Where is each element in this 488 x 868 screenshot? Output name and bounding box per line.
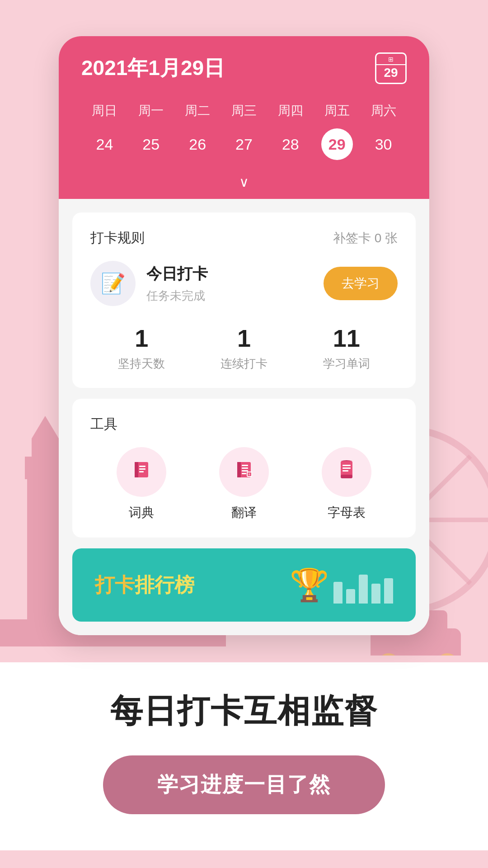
calendar-icon-num: 29 — [384, 65, 398, 80]
svg-rect-26 — [237, 462, 241, 477]
task-title: 今日打卡 — [146, 264, 313, 284]
task-info: 今日打卡 任务未完成 — [146, 264, 313, 304]
checkin-label: 打卡规则 — [90, 229, 145, 247]
date-30[interactable]: 30 — [360, 128, 407, 160]
task-icon: 📝 — [101, 272, 126, 295]
bar-5 — [384, 578, 393, 604]
weekday-wed: 周三 — [221, 98, 267, 124]
svg-rect-2 — [32, 439, 59, 461]
tools-row: 词典 ≡ — [90, 447, 398, 521]
weekday-sat: 周六 — [360, 98, 407, 124]
ranking-text: 打卡排行榜 — [95, 572, 194, 599]
supplement-label: 补签卡 0 张 — [333, 230, 398, 247]
cta-button[interactable]: 学习进度一目了然 — [103, 755, 385, 814]
bar-3 — [359, 575, 368, 604]
main-tagline: 每日打卡互相监督 — [36, 689, 452, 733]
calendar-title: 2021年1月29日 — [81, 54, 225, 82]
calendar-chevron[interactable]: ∨ — [81, 170, 407, 199]
date-27[interactable]: 27 — [221, 128, 267, 160]
date-28[interactable]: 28 — [267, 128, 314, 160]
calendar-icon-top: ⊞ — [376, 56, 405, 65]
stat-number-2: 11 — [333, 324, 360, 352]
svg-rect-22 — [139, 466, 145, 467]
go-study-button[interactable]: 去学习 — [324, 267, 398, 300]
weekday-thu: 周四 — [267, 98, 314, 124]
stat-consecutive-checkin: 1 连续打卡 — [193, 324, 296, 372]
date-25[interactable]: 25 — [128, 128, 174, 160]
calendar-section: 2021年1月29日 ⊞ 29 周日 周一 周二 周三 周四 周五 周六 24 … — [59, 36, 429, 199]
date-26[interactable]: 26 — [174, 128, 221, 160]
weekday-tue: 周二 — [174, 98, 221, 124]
bottom-section: 每日打卡互相监督 学习进度一目了然 — [0, 662, 488, 850]
bar-4 — [371, 584, 380, 604]
translate-icon: ≡ — [234, 459, 254, 485]
tool-alphabet[interactable]: 字母表 — [322, 447, 371, 521]
tool-icon-wrap-0 — [117, 447, 166, 497]
weekday-mon: 周一 — [128, 98, 174, 124]
tools-header: 工具 — [90, 415, 398, 434]
task-icon-wrap: 📝 — [90, 261, 136, 306]
task-subtitle: 任务未完成 — [146, 288, 313, 304]
ranking-text-highlight: 排行榜 — [135, 574, 194, 596]
svg-point-17 — [436, 653, 459, 656]
svg-point-16 — [377, 653, 400, 656]
ranking-text-plain: 打卡 — [95, 574, 135, 596]
svg-rect-27 — [242, 465, 248, 466]
ranking-banner[interactable]: 打卡排行榜 🏆 — [72, 548, 416, 622]
date-row: 24 25 26 27 28 29 30 — [81, 124, 407, 170]
svg-rect-21 — [135, 462, 138, 477]
bar-chart — [333, 567, 393, 604]
svg-rect-28 — [242, 467, 248, 469]
checkin-card: 打卡规则 补签卡 0 张 📝 今日打卡 任务未完成 去学习 1 坚持天数 — [72, 212, 416, 388]
alphabet-icon — [336, 459, 357, 485]
svg-rect-23 — [139, 468, 145, 470]
date-29-active[interactable]: 29 — [321, 128, 353, 160]
tool-icon-wrap-2 — [322, 447, 371, 497]
svg-rect-34 — [343, 465, 351, 466]
checkin-header: 打卡规则 补签卡 0 张 — [90, 229, 398, 247]
svg-rect-29 — [242, 470, 248, 472]
svg-point-4 — [34, 459, 56, 481]
phone-mockup: 2021年1月29日 ⊞ 29 周日 周一 周二 周三 周四 周五 周六 24 … — [59, 36, 429, 635]
svg-rect-37 — [341, 475, 352, 478]
svg-marker-3 — [32, 416, 59, 439]
trophy-area: 🏆 — [290, 566, 393, 604]
calendar-icon[interactable]: ⊞ 29 — [375, 52, 407, 84]
stat-number-0: 1 — [135, 324, 148, 352]
svg-rect-30 — [242, 473, 246, 474]
date-24[interactable]: 24 — [81, 128, 128, 160]
content-area: 打卡规则 补签卡 0 张 📝 今日打卡 任务未完成 去学习 1 坚持天数 — [59, 199, 429, 635]
checkin-task-row: 📝 今日打卡 任务未完成 去学习 — [90, 261, 398, 306]
tools-card: 工具 词典 — [72, 399, 416, 538]
stat-number-1: 1 — [237, 324, 251, 352]
stat-label-1: 连续打卡 — [221, 356, 267, 372]
tool-label-2: 字母表 — [328, 504, 366, 521]
tool-dictionary[interactable]: 词典 — [117, 447, 166, 521]
trophy-icon: 🏆 — [290, 566, 329, 604]
tool-label-0: 词典 — [129, 504, 154, 521]
weekday-sun: 周日 — [81, 98, 128, 124]
stat-label-2: 学习单词 — [323, 356, 370, 372]
tool-icon-wrap-1: ≡ — [219, 447, 269, 497]
bar-2 — [346, 589, 355, 604]
svg-rect-24 — [139, 471, 144, 472]
stats-row: 1 坚持天数 1 连续打卡 11 学习单词 — [90, 324, 398, 372]
bar-1 — [333, 582, 343, 604]
stat-words-learned: 11 学习单词 — [295, 324, 398, 372]
stat-label-0: 坚持天数 — [118, 356, 165, 372]
svg-rect-36 — [343, 470, 348, 472]
dictionary-icon — [131, 459, 152, 485]
tool-translate[interactable]: ≡ 翻译 — [219, 447, 269, 521]
svg-text:≡: ≡ — [249, 472, 251, 476]
weekday-row: 周日 周一 周二 周三 周四 周五 周六 — [81, 98, 407, 124]
tool-label-1: 翻译 — [231, 504, 257, 521]
svg-rect-0 — [27, 475, 63, 646]
svg-rect-35 — [343, 467, 351, 469]
stat-persist-days: 1 坚持天数 — [90, 324, 193, 372]
weekday-fri: 周五 — [314, 98, 360, 124]
